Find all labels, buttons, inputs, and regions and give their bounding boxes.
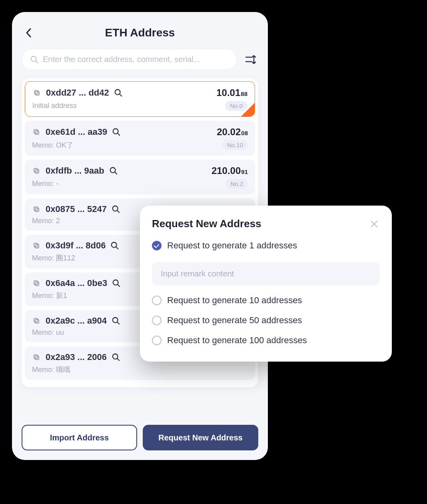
svg-line-31	[117, 322, 119, 324]
radio-icon	[152, 296, 162, 305]
radio-icon	[152, 316, 162, 325]
magnify-icon[interactable]	[112, 128, 121, 136]
magnify-icon[interactable]	[109, 166, 118, 175]
magnify-icon[interactable]	[112, 205, 120, 214]
svg-rect-28	[35, 320, 39, 323]
copy-icon[interactable]	[32, 166, 41, 175]
balance-sub: 08	[241, 130, 248, 136]
memo-text: Memo: 圈112	[32, 253, 75, 263]
svg-rect-5	[34, 90, 38, 94]
radio-icon	[152, 241, 162, 250]
svg-rect-24	[35, 282, 39, 286]
svg-rect-21	[34, 243, 38, 247]
address-text: 0x0875 ... 5247	[46, 204, 107, 214]
svg-rect-13	[34, 168, 38, 172]
radio-icon	[152, 336, 162, 345]
copy-icon[interactable]	[32, 353, 41, 362]
magnify-icon[interactable]	[112, 316, 120, 325]
option-label: Request to generate 100 addresses	[167, 335, 307, 346]
memo-text: Memo: 2	[32, 217, 60, 225]
svg-rect-9	[34, 130, 38, 133]
address-card[interactable]: 0xe61d ... aa3920.0208Memo: OK了No.10	[25, 121, 255, 156]
sort-button[interactable]	[242, 52, 258, 68]
search-box[interactable]	[22, 49, 237, 70]
generate-option[interactable]: Request to generate 10 addresses	[152, 295, 380, 306]
header: ETH Address	[22, 22, 258, 44]
memo-text: Memo: 新1	[32, 291, 67, 300]
svg-line-11	[118, 133, 120, 135]
generate-option[interactable]: Request to generate 1 addresses	[152, 240, 380, 251]
back-button[interactable]	[22, 26, 36, 40]
magnify-icon[interactable]	[112, 279, 121, 288]
balance-main: 210.00	[212, 165, 241, 176]
copy-icon[interactable]	[32, 128, 41, 136]
address-card[interactable]: 0xfdfb ... 9aab210.0091Memo: -No.2	[25, 160, 255, 194]
svg-rect-33	[34, 355, 38, 358]
option-label: Request to generate 50 addresses	[167, 315, 302, 326]
svg-line-15	[115, 172, 117, 174]
address-card[interactable]: 0xdd27 ... dd4210.0188Initial addressNo.…	[25, 81, 255, 117]
balance-sub: 91	[241, 168, 248, 175]
address-text: 0xfdfb ... 9aab	[46, 166, 104, 176]
modal-close-button[interactable]	[369, 218, 380, 230]
address-text: 0x6a4a ... 0be3	[46, 278, 107, 288]
svg-line-35	[117, 358, 119, 360]
generate-option[interactable]: Request to generate 100 addresses	[152, 335, 380, 346]
import-address-button[interactable]: Import Address	[22, 425, 137, 450]
magnify-icon[interactable]	[110, 241, 119, 250]
close-icon	[370, 220, 378, 228]
svg-rect-20	[35, 244, 39, 248]
sort-icon	[244, 54, 256, 66]
copy-icon[interactable]	[32, 88, 41, 97]
copy-icon[interactable]	[32, 205, 41, 214]
request-new-address-button[interactable]: Request New Address	[143, 425, 258, 450]
chevron-left-icon	[26, 28, 32, 38]
svg-rect-16	[35, 208, 39, 212]
svg-rect-29	[34, 318, 38, 322]
address-text: 0x2a9c ... a904	[46, 316, 107, 326]
balance: 210.0091	[212, 165, 248, 176]
svg-rect-12	[35, 170, 39, 173]
request-new-address-modal: Request New Address Request to generate …	[140, 206, 392, 362]
svg-line-23	[116, 247, 118, 249]
memo-text: Initial address	[32, 102, 77, 110]
search-row	[22, 49, 258, 70]
balance-main: 10.01	[216, 87, 240, 98]
balance: 10.0188	[216, 87, 247, 98]
bottom-buttons: Import Address Request New Address	[22, 425, 258, 450]
selected-corner-icon	[241, 103, 255, 116]
search-icon	[30, 55, 39, 64]
magnify-icon[interactable]	[114, 88, 123, 97]
modal-options: Request to generate 1 addressesRequest t…	[152, 240, 380, 346]
modal-title: Request New Address	[152, 218, 261, 230]
address-text: 0x3d9f ... 8d06	[46, 240, 106, 251]
copy-icon[interactable]	[32, 279, 41, 288]
index-badge: No.10	[222, 140, 248, 150]
memo-text: Memo: uu	[32, 328, 64, 337]
modal-header: Request New Address	[152, 218, 380, 230]
page-title: ETH Address	[105, 26, 175, 39]
memo-text: Memo: 哦哦	[32, 365, 70, 374]
remark-input[interactable]	[152, 262, 380, 286]
svg-line-19	[117, 210, 119, 212]
generate-option[interactable]: Request to generate 50 addresses	[152, 315, 380, 326]
memo-text: Memo: OK了	[32, 140, 74, 150]
address-text: 0xe61d ... aa39	[46, 127, 107, 137]
option-label: Request to generate 10 addresses	[167, 295, 302, 306]
copy-icon[interactable]	[32, 316, 41, 325]
svg-rect-32	[35, 356, 39, 360]
index-badge: No.2	[225, 179, 248, 189]
option-label: Request to generate 1 addresses	[167, 240, 297, 251]
svg-line-7	[120, 94, 122, 96]
memo-text: Memo: -	[32, 180, 58, 188]
svg-rect-25	[34, 281, 38, 284]
svg-rect-17	[34, 207, 38, 210]
search-input[interactable]	[43, 55, 228, 64]
svg-rect-8	[35, 131, 39, 134]
address-text: 0x2a93 ... 2006	[46, 352, 107, 362]
balance-main: 20.02	[217, 126, 241, 138]
copy-icon[interactable]	[32, 241, 41, 250]
address-text: 0xdd27 ... dd42	[46, 88, 109, 98]
balance-sub: 88	[241, 90, 247, 97]
magnify-icon[interactable]	[112, 353, 120, 362]
